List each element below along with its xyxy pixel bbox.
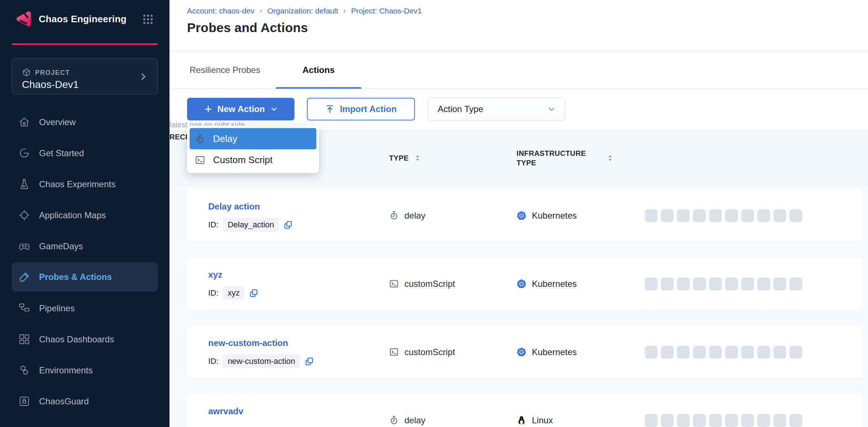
execution-result-placeholder — [645, 346, 658, 358]
kubernetes-icon — [517, 347, 526, 357]
sidebar-item-label: Application Maps — [39, 210, 106, 220]
new-action-button[interactable]: New Action — [187, 98, 294, 120]
menu-item-custom-script[interactable]: Custom Script — [190, 149, 316, 170]
sidebar-item-get-started[interactable]: Get Started — [12, 138, 158, 169]
execution-result-placeholder — [725, 209, 738, 222]
execution-result-placeholder — [661, 209, 674, 222]
sort-icon[interactable] — [414, 153, 421, 163]
flask-icon — [18, 178, 30, 190]
tab-actions[interactable]: Actions — [276, 52, 361, 88]
action-name-cell: Delay action ID: Delay_action — [208, 201, 293, 232]
execution-result-placeholder — [773, 346, 786, 358]
sidebar-item-chaos-experiments[interactable]: Chaos Experiments — [12, 169, 158, 200]
column-type-label: TYPE — [389, 154, 409, 162]
app-title: Chaos Engineering — [39, 14, 126, 25]
action-id-value: Delay_action — [223, 218, 279, 232]
tab-resilience-probes[interactable]: Resilience Probes — [190, 52, 260, 88]
execution-result-placeholder — [645, 414, 658, 427]
project-selector[interactable]: PROJECT Chaos-Dev1 — [12, 58, 158, 95]
execution-result-placeholder — [757, 277, 770, 290]
infrastructure-cell: Kubernetes — [517, 211, 577, 221]
action-type-cell: delay — [389, 415, 425, 426]
execution-result-placeholder — [757, 346, 770, 358]
sidebar-item-label: Get Started — [39, 148, 84, 158]
chaos-engineering-logo-icon — [12, 8, 34, 30]
menu-item-delay[interactable]: Delay — [190, 128, 316, 149]
stopwatch-icon — [195, 134, 205, 144]
chevron-right-icon: › — [343, 6, 346, 16]
upload-icon — [325, 104, 335, 114]
cube-icon — [22, 68, 31, 77]
action-name-link[interactable]: awrvadv — [208, 406, 243, 416]
sidebar-item-chaos-dashboards[interactable]: Chaos Dashboards — [12, 324, 158, 355]
execution-result-placeholder — [677, 346, 690, 358]
hexagons-icon — [18, 364, 30, 376]
column-infrastructure-label: INFRASTRUCTURE TYPE — [517, 149, 597, 168]
import-action-button[interactable]: Import Action — [307, 98, 415, 120]
kubernetes-icon — [517, 279, 526, 289]
execution-result-placeholder — [789, 277, 802, 290]
execution-result-placeholder — [741, 414, 754, 427]
stopwatch-icon — [389, 415, 399, 425]
copy-icon[interactable] — [304, 357, 314, 366]
sidebar-item-gamedays[interactable]: GameDays — [12, 231, 158, 262]
execution-result-placeholder — [677, 414, 690, 427]
action-name-link[interactable]: new-custom-action — [208, 338, 288, 348]
execution-result-placeholder — [709, 277, 722, 290]
get-started-icon — [18, 147, 30, 159]
sort-icon[interactable] — [606, 153, 614, 163]
breadcrumb-link[interactable]: Account: chaos-dev — [187, 7, 254, 15]
id-label: ID: — [208, 220, 218, 230]
sidebar-item-pipelines[interactable]: Pipelines — [12, 293, 158, 324]
copy-icon[interactable] — [249, 288, 259, 298]
action-name-link[interactable]: xyz — [208, 270, 222, 280]
execution-result-placeholder — [725, 277, 738, 290]
sidebar-item-label: Overview — [39, 117, 76, 127]
action-type-text: delay — [404, 211, 425, 221]
sidebar-item-label: ChaosGuard — [39, 396, 89, 407]
sidebar-item-chaosguard[interactable]: ChaosGuard — [12, 386, 158, 417]
infrastructure-cell: Linux — [517, 415, 553, 426]
execution-result-placeholder — [725, 346, 738, 358]
page-header: Account: chaos-dev›Organization: default… — [170, 0, 868, 52]
action-name-cell: awrvadv — [208, 406, 243, 416]
sidebar-nav: Overview Get Started Chaos Experiments A… — [0, 107, 170, 417]
gamepad-icon — [18, 240, 30, 252]
kubernetes-icon — [517, 211, 526, 220]
chevron-right-icon: › — [259, 6, 262, 16]
breadcrumb-link[interactable]: Project: Chaos-Dev1 — [351, 7, 422, 15]
import-action-label: Import Action — [340, 104, 396, 114]
id-label: ID: — [208, 288, 218, 298]
execution-result-placeholder — [693, 346, 706, 358]
sidebar: Chaos Engineering PROJECT Chaos-Dev1 — [0, 0, 170, 427]
sidebar-item-application-maps[interactable]: Application Maps — [12, 200, 158, 231]
project-name: Chaos-Dev1 — [22, 79, 79, 91]
action-type-text: customScript — [404, 347, 455, 357]
recent-execution-results — [645, 346, 802, 358]
recent-execution-results — [645, 414, 802, 427]
sidebar-item-overview[interactable]: Overview — [12, 107, 158, 138]
sidebar-item-probes-actions[interactable]: Probes & Actions — [12, 262, 158, 292]
copy-icon[interactable] — [283, 220, 293, 230]
sidebar-header: Chaos Engineering — [0, 0, 170, 45]
breadcrumb-link[interactable]: Organization: default — [267, 7, 338, 15]
action-type-select[interactable]: Action Type — [428, 98, 565, 120]
pipeline-icon — [18, 302, 30, 314]
execution-result-placeholder — [789, 346, 802, 358]
action-type-cell: customScript — [389, 347, 455, 357]
action-id-line: ID: Delay_action — [208, 218, 293, 232]
tabs-bar: Resilience Probes Actions — [170, 52, 868, 89]
action-name-link[interactable]: Delay action — [208, 201, 260, 211]
sidebar-item-environments[interactable]: Environments — [12, 355, 158, 386]
infrastructure-text: Kubernetes — [532, 279, 577, 289]
menu-item-label: Delay — [213, 133, 237, 145]
app-switcher-grid-icon[interactable] — [142, 13, 154, 26]
sidebar-item-label: Pipelines — [39, 303, 75, 313]
chevron-down-icon — [547, 104, 556, 114]
action-type-value: Action Type — [438, 104, 547, 114]
execution-result-placeholder — [789, 209, 802, 222]
infrastructure-text: Kubernetes — [532, 211, 577, 221]
execution-result-placeholder — [741, 209, 754, 222]
breadcrumb: Account: chaos-dev›Organization: default… — [187, 6, 422, 16]
table-row: awrvadv delay Linux — [187, 394, 862, 427]
